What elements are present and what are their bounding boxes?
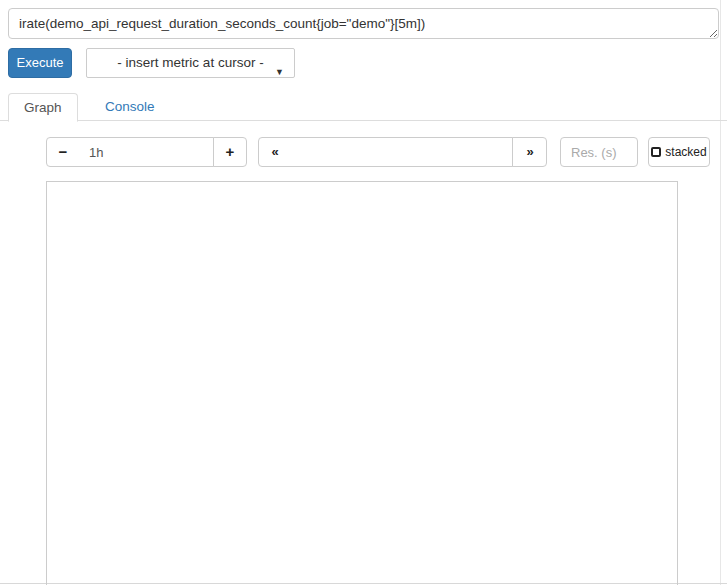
range-increase-button[interactable]: + — [213, 137, 247, 167]
tab-bar: Graph Console — [0, 93, 727, 121]
panel-right-border — [720, 0, 721, 585]
expression-input[interactable]: irate(demo_api_request_duration_seconds_… — [8, 8, 719, 39]
tab-console[interactable]: Console — [90, 93, 170, 121]
chart-canvas[interactable] — [47, 182, 677, 585]
prometheus-expression-browser: { "query": { "value": "irate(demo_api_re… — [0, 0, 727, 585]
insert-metric-select[interactable]: - insert metric at cursor - ▼ — [86, 48, 295, 78]
time-back-button[interactable]: « — [258, 137, 291, 167]
chevron-down-icon: ▼ — [275, 58, 284, 86]
execute-button[interactable]: Execute — [8, 48, 72, 78]
resolution-input[interactable] — [560, 137, 638, 167]
tab-graph[interactable]: Graph — [8, 93, 78, 122]
stacked-label: stacked — [665, 145, 706, 159]
stacked-toggle-button[interactable]: stacked — [648, 137, 710, 167]
checkbox-icon — [651, 147, 661, 157]
time-forward-button[interactable]: » — [512, 137, 547, 167]
range-input[interactable] — [79, 137, 214, 167]
time-input[interactable] — [290, 137, 513, 167]
range-decrease-button[interactable]: − — [46, 137, 80, 167]
metric-select-value: - insert metric at cursor - — [117, 55, 263, 70]
